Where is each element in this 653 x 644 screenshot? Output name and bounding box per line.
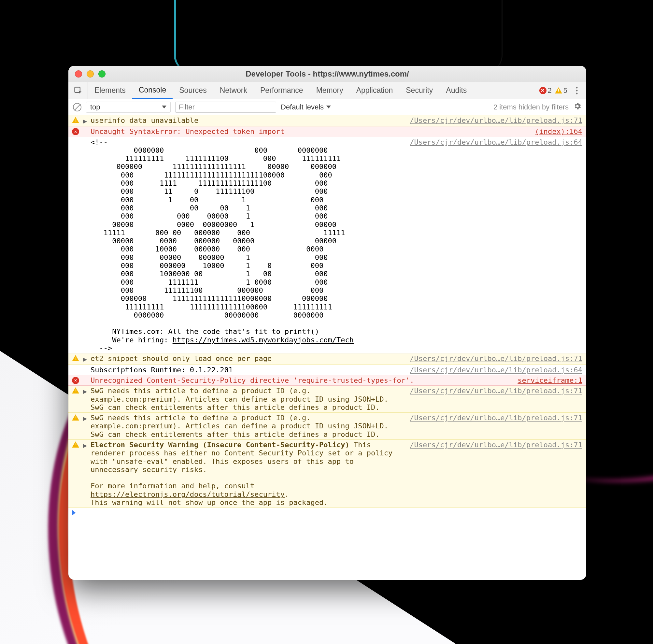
source-link[interactable]: /Users/cjr/dev/urlbo…e/lib/preload.js:64 bbox=[403, 138, 582, 146]
tab-application[interactable]: Application bbox=[350, 82, 400, 99]
source-link[interactable]: (index):164 bbox=[528, 127, 582, 136]
more-menu-button[interactable] bbox=[571, 87, 583, 94]
message-text: Uncaught SyntaxError: Unexpected token i… bbox=[91, 127, 526, 136]
context-value: top bbox=[90, 103, 100, 112]
error-count: 2 bbox=[548, 86, 552, 95]
tab-elements[interactable]: Elements bbox=[88, 82, 132, 99]
error-icon: ✕ bbox=[72, 377, 79, 384]
console-toolbar: top Default levels 2 items hidden by fil… bbox=[68, 99, 586, 115]
svg-point-1 bbox=[576, 87, 578, 88]
message-text: Unrecognized Content-Security-Policy dir… bbox=[91, 376, 508, 384]
message-text: SwG needs this article to define a produ… bbox=[91, 414, 401, 438]
svg-point-3 bbox=[576, 93, 578, 94]
log-level-label: Default levels bbox=[281, 103, 324, 112]
expand-icon[interactable]: ▶ bbox=[83, 116, 88, 125]
console-message[interactable]: ▶ Electron Security Warning (Insecure Co… bbox=[68, 440, 586, 508]
clear-console-button[interactable] bbox=[73, 103, 81, 112]
console-output[interactable]: ▶ userinfo data unavailable /Users/cjr/d… bbox=[68, 115, 586, 580]
console-message[interactable]: ✕ Uncaught SyntaxError: Unexpected token… bbox=[68, 126, 586, 137]
source-link[interactable]: /Users/cjr/dev/urlbo…e/lib/preload.js:71 bbox=[403, 387, 582, 395]
warning-icon bbox=[72, 117, 79, 123]
source-link[interactable]: /Users/cjr/dev/urlbo…e/lib/preload.js:71 bbox=[403, 116, 582, 124]
console-prompt[interactable] bbox=[68, 508, 586, 517]
electron-security-link[interactable]: https://electronjs.org/docs/tutorial/sec… bbox=[91, 490, 285, 498]
warning-icon bbox=[72, 387, 79, 393]
source-link[interactable]: /Users/cjr/dev/urlbo…e/lib/preload.js:71 bbox=[403, 441, 582, 449]
prompt-chevron-icon bbox=[72, 510, 76, 515]
tab-console[interactable]: Console bbox=[132, 82, 173, 99]
error-count-badge[interactable]: ✕ 2 bbox=[539, 86, 552, 95]
titlebar[interactable]: Developer Tools - https://www.nytimes.co… bbox=[68, 66, 586, 82]
warning-icon bbox=[72, 355, 79, 361]
expand-icon[interactable]: ▶ bbox=[83, 441, 88, 450]
warning-count-badge[interactable]: 5 bbox=[555, 86, 567, 95]
console-message[interactable]: Subscriptions Runtime: 0.1.22.201 /Users… bbox=[68, 365, 586, 375]
close-window-button[interactable] bbox=[75, 70, 82, 77]
tab-sources[interactable]: Sources bbox=[173, 82, 213, 99]
chevron-down-icon bbox=[326, 105, 331, 109]
warning-count: 5 bbox=[563, 86, 567, 95]
source-link[interactable]: /Users/cjr/dev/urlbo…e/lib/preload.js:71 bbox=[403, 354, 582, 362]
chevron-down-icon bbox=[162, 105, 166, 109]
expand-icon[interactable]: ▶ bbox=[83, 387, 88, 396]
warning-icon bbox=[72, 442, 79, 448]
console-message[interactable]: ✕ Unrecognized Content-Security-Policy d… bbox=[68, 375, 586, 386]
console-message[interactable]: ▶ userinfo data unavailable /Users/cjr/d… bbox=[68, 115, 586, 126]
devtools-window: Developer Tools - https://www.nytimes.co… bbox=[68, 66, 586, 580]
error-icon: ✕ bbox=[539, 87, 547, 94]
tab-memory[interactable]: Memory bbox=[310, 82, 350, 99]
devtools-tabbar: Elements Console Sources Network Perform… bbox=[68, 82, 586, 99]
inspect-element-button[interactable] bbox=[68, 82, 88, 99]
expand-icon[interactable]: ▶ bbox=[83, 414, 88, 423]
tab-network[interactable]: Network bbox=[213, 82, 254, 99]
tab-audits[interactable]: Audits bbox=[439, 82, 473, 99]
message-text: SwG needs this article to define a produ… bbox=[91, 387, 401, 411]
window-title: Developer Tools - https://www.nytimes.co… bbox=[68, 69, 586, 78]
tab-performance[interactable]: Performance bbox=[254, 82, 310, 99]
expand-icon[interactable]: ▶ bbox=[83, 354, 88, 363]
context-selector[interactable]: top bbox=[86, 102, 171, 113]
log-level-selector[interactable]: Default levels bbox=[281, 103, 331, 112]
message-text: Electron Security Warning (Insecure Cont… bbox=[91, 441, 401, 506]
svg-point-2 bbox=[576, 90, 578, 91]
warning-icon bbox=[72, 414, 79, 421]
message-text: Subscriptions Runtime: 0.1.22.201 bbox=[91, 366, 401, 374]
tab-security[interactable]: Security bbox=[399, 82, 439, 99]
hidden-items-label[interactable]: 2 items hidden by filters bbox=[493, 103, 569, 112]
zoom-window-button[interactable] bbox=[98, 70, 105, 77]
source-link[interactable]: /Users/cjr/dev/urlbo…e/lib/preload.js:71 bbox=[403, 414, 582, 422]
source-link[interactable]: /Users/cjr/dev/urlbo…e/lib/preload.js:64 bbox=[403, 366, 582, 374]
minimize-window-button[interactable] bbox=[87, 70, 94, 77]
console-message[interactable]: <!-- 0000000 000 0000000 111111111 11111… bbox=[68, 137, 586, 354]
error-icon: ✕ bbox=[72, 128, 79, 135]
hiring-link[interactable]: https://nytimes.wd5.myworkdayjobs.com/Te… bbox=[173, 336, 354, 344]
console-message[interactable]: ▶ SwG needs this article to define a pro… bbox=[68, 386, 586, 413]
filter-input[interactable] bbox=[175, 102, 276, 113]
console-settings-button[interactable] bbox=[573, 102, 582, 112]
warning-icon bbox=[555, 87, 562, 94]
console-message[interactable]: ▶ et2 snippet should only load once per … bbox=[68, 353, 586, 364]
message-text: et2 snippet should only load once per pa… bbox=[91, 354, 401, 362]
console-message[interactable]: ▶ SwG needs this article to define a pro… bbox=[68, 413, 586, 440]
message-text: <!-- 0000000 000 0000000 111111111 11111… bbox=[91, 138, 401, 353]
message-text: userinfo data unavailable bbox=[91, 116, 401, 124]
source-link[interactable]: serviceiframe:1 bbox=[511, 376, 582, 384]
